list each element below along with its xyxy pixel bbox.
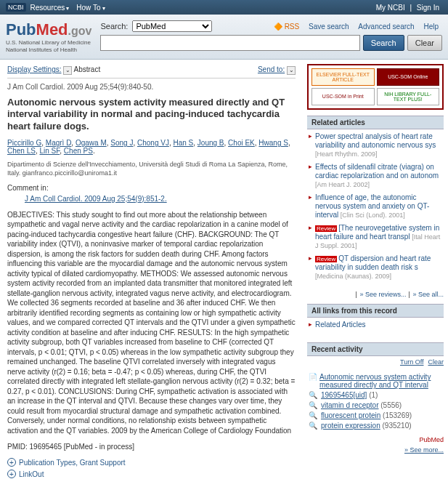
related-articles-link[interactable]: Related Articles bbox=[315, 321, 365, 329]
author-link[interactable]: Lin SF bbox=[39, 147, 60, 155]
turnoff-link[interactable]: Turn Off bbox=[400, 358, 424, 366]
advanced-search-link[interactable]: Advanced search bbox=[358, 23, 414, 31]
author-link[interactable]: Chong VJ bbox=[137, 139, 169, 147]
pubtypes-expand[interactable]: +Publication Types, Grant Support bbox=[7, 458, 296, 467]
plus-icon: + bbox=[7, 470, 16, 478]
see-reviews-link[interactable]: » See reviews... bbox=[360, 291, 407, 298]
search-area: Search: PubMed 🔶 RSS Save search Advance… bbox=[100, 20, 442, 51]
pubmed-logo[interactable]: PubMed.gov U.S. National Library of Medi… bbox=[6, 20, 91, 53]
db-select[interactable]: PubMed bbox=[132, 20, 212, 32]
arrow-icon: ▸ bbox=[309, 321, 312, 329]
review-tag: Review bbox=[315, 256, 337, 262]
abstract: OBJECTIVES: This study sought to find ou… bbox=[7, 210, 296, 436]
send-to[interactable]: Send to: bbox=[258, 65, 285, 73]
see-more-link[interactable]: » See more... bbox=[404, 446, 444, 454]
usc-print-link[interactable]: USC-SOM in Print bbox=[311, 88, 375, 105]
author-link[interactable]: Song J bbox=[110, 139, 133, 147]
affiliation: Dipartimento di Scienze dell'Invecchiame… bbox=[7, 161, 296, 177]
recent-activity-panel: Recent activity Turn OffClear 📄Autonomic… bbox=[307, 342, 444, 454]
author-link[interactable]: Magrì D bbox=[46, 139, 72, 147]
howto-menu[interactable]: How To bbox=[76, 4, 105, 12]
related-articles-panel: Related articles ▸Power spectral analysi… bbox=[307, 116, 444, 298]
author-link[interactable]: Han S bbox=[173, 139, 193, 147]
activity-icon: 📄 bbox=[309, 373, 317, 381]
display-settings[interactable]: Display Settings: bbox=[7, 65, 61, 73]
related-article-link[interactable]: Power spectral analysis of heart rate va… bbox=[315, 132, 436, 149]
author-link[interactable]: Choi EK bbox=[228, 139, 255, 147]
arrow-icon: ▸ bbox=[309, 193, 312, 220]
clear-button[interactable]: Clear bbox=[407, 35, 442, 51]
author-link[interactable]: Hwang S bbox=[258, 139, 288, 147]
review-tag: Review bbox=[315, 225, 337, 232]
activity-icon: 🔍 bbox=[309, 411, 319, 419]
author-link[interactable]: Ogawa M bbox=[76, 139, 107, 147]
recent-item-link[interactable]: vitamin d receptor bbox=[321, 401, 378, 409]
recent-item-link[interactable]: protein expression bbox=[321, 422, 380, 430]
all-links-panel: All links from this record ▸Related Arti… bbox=[307, 304, 444, 337]
authors: Piccirillo G, Magrì D, Ogawa M, Song J, … bbox=[7, 139, 296, 155]
ncbi-topbar: NCBI Resources How To My NCBI | Sign In bbox=[0, 0, 448, 15]
save-search-link[interactable]: Save search bbox=[309, 23, 349, 31]
recent-item-link[interactable]: fluorescent protein bbox=[321, 411, 380, 419]
help-link[interactable]: Help bbox=[423, 23, 439, 31]
recent-header: Recent activity bbox=[307, 342, 444, 356]
nih-library-link[interactable]: NIH LIBRARY FULL-TEXT PLUS! bbox=[377, 88, 440, 105]
author-link[interactable]: Chen LS bbox=[7, 147, 36, 155]
arrow-icon: ▸ bbox=[309, 132, 312, 158]
activity-icon: 🔍 bbox=[309, 401, 319, 409]
author-link[interactable]: Joung B bbox=[197, 139, 224, 147]
related-header: Related articles bbox=[307, 116, 444, 129]
arrow-icon: ▸ bbox=[309, 224, 312, 250]
recent-item-link[interactable]: 19695465[uid] bbox=[321, 391, 367, 399]
clear-link[interactable]: Clear bbox=[428, 358, 444, 366]
resources-menu[interactable]: Resources bbox=[30, 4, 70, 12]
author-link[interactable]: Piccirillo G bbox=[7, 139, 41, 147]
comment-in-label: Comment in: bbox=[7, 184, 296, 192]
activity-icon: 🔍 bbox=[309, 391, 319, 399]
author-link[interactable]: Chen PS bbox=[64, 147, 93, 155]
header: PubMed.gov U.S. National Library of Medi… bbox=[0, 15, 448, 60]
sidebar: ELSEVIER FULL-TEXT ARTICLE USC-SOM Onlin… bbox=[303, 60, 448, 487]
comment-in-link[interactable]: J Am Coll Cardiol. 2009 Aug 25;54(9):851… bbox=[25, 195, 296, 203]
related-article-link[interactable]: Effects of sildenafil citrate (viagra) o… bbox=[315, 163, 439, 180]
alllinks-header: All links from this record bbox=[307, 304, 444, 318]
search-button[interactable]: Search bbox=[363, 35, 404, 51]
arrow-icon: ▸ bbox=[309, 163, 312, 189]
pubmed-tag: PubMed bbox=[307, 436, 444, 443]
plus-icon: + bbox=[7, 458, 16, 467]
elsevier-fulltext-link[interactable]: ELSEVIER FULL-TEXT ARTICLE bbox=[311, 68, 375, 86]
usc-online-link[interactable]: USC-SOM Online bbox=[377, 68, 440, 86]
signin-link[interactable]: Sign In bbox=[417, 4, 439, 12]
sendto-dropdown-icon[interactable]: ⌄ bbox=[287, 66, 296, 75]
rss-icon: 🔶 bbox=[274, 23, 282, 31]
content: Display Settings: ⌄ Abstract Send to: ⌄ … bbox=[0, 60, 303, 487]
pmid: PMID: 19695465 [PubMed - in process] bbox=[7, 443, 296, 451]
see-all-link[interactable]: » See all... bbox=[412, 291, 444, 298]
rss-link[interactable]: 🔶 RSS bbox=[274, 23, 299, 31]
linkout-expand[interactable]: +LinkOut bbox=[7, 470, 296, 478]
search-input[interactable] bbox=[100, 35, 359, 51]
ncbi-logo[interactable]: NCBI bbox=[6, 3, 26, 12]
citation: J Am Coll Cardiol. 2009 Aug 25;54(9):840… bbox=[7, 83, 296, 91]
myncbi-link[interactable]: My NCBI bbox=[376, 4, 405, 12]
search-label: Search: bbox=[100, 22, 128, 31]
external-links: ELSEVIER FULL-TEXT ARTICLE USC-SOM Onlin… bbox=[307, 64, 444, 110]
activity-icon: 🔍 bbox=[309, 422, 319, 430]
display-dropdown-icon[interactable]: ⌄ bbox=[63, 66, 72, 75]
recent-item-link[interactable]: Autonomic nervous system activity measur… bbox=[319, 373, 431, 389]
article-title: Autonomic nervous system activity measur… bbox=[7, 97, 296, 134]
toolbar: Display Settings: ⌄ Abstract Send to: ⌄ bbox=[7, 65, 296, 78]
arrow-icon: ▸ bbox=[309, 254, 312, 281]
